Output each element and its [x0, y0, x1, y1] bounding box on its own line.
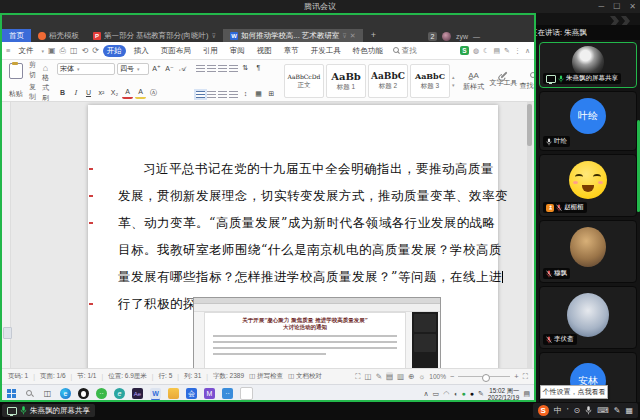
style-heading2[interactable]: AaBbC 标题 2: [368, 64, 408, 98]
menu-page-layout[interactable]: 页面布局: [157, 45, 195, 57]
outline-view-icon[interactable]: ▥: [397, 372, 404, 381]
wps-member-icon[interactable]: S: [460, 46, 469, 55]
find-button[interactable]: 查找: [393, 46, 417, 56]
menu-reference[interactable]: 引用: [199, 45, 222, 57]
italic-button[interactable]: I: [70, 88, 81, 98]
taskbar-search-icon[interactable]: [24, 388, 35, 399]
video-tile[interactable]: 穆飘: [539, 220, 637, 283]
meeting-app-icon[interactable]: 会: [186, 388, 197, 399]
copy-button[interactable]: 复制: [29, 82, 36, 102]
menu-file[interactable]: 文件: [14, 45, 37, 57]
underline-button[interactable]: U: [83, 88, 94, 98]
grow-font-button[interactable]: A⁺: [151, 64, 162, 74]
navigation-strip[interactable]: [2, 102, 11, 368]
file-explorer-icon[interactable]: [168, 388, 179, 399]
account-name[interactable]: zyw: [456, 33, 468, 40]
menu-section[interactable]: 章节: [280, 45, 303, 57]
zoom-value[interactable]: 100%: [429, 373, 446, 380]
highlight-button[interactable]: A: [135, 87, 146, 99]
wps-minimize-button[interactable]: —: [473, 33, 480, 40]
style-heading3[interactable]: AaBbC 标题 3: [410, 64, 450, 98]
ime-keyboard-icon[interactable]: ⌨: [597, 406, 609, 415]
char-shading-button[interactable]: Ⓐ: [148, 88, 159, 98]
cut-button[interactable]: 剪切: [29, 60, 36, 80]
tray-qq-icon[interactable]: ●: [470, 390, 474, 397]
start-button[interactable]: [6, 388, 17, 399]
notification-icon[interactable]: ▤: [523, 390, 530, 398]
pen-view-icon[interactable]: ✎: [376, 372, 382, 381]
align-left-icon[interactable]: [196, 91, 205, 98]
nav-pane-button[interactable]: [3, 327, 12, 339]
tray-pen-icon[interactable]: ✎: [478, 390, 484, 398]
line-spacing-icon[interactable]: ↕: [240, 89, 251, 99]
ime-toolbox-icon[interactable]: ▦: [625, 406, 633, 415]
superscript-button[interactable]: x²: [96, 88, 107, 98]
menu-insert[interactable]: 插入: [130, 45, 153, 57]
app-icon[interactable]: ··: [222, 388, 233, 399]
clear-format-button[interactable]: 𝒜: [177, 64, 188, 74]
document-page[interactable]: 习近平总书记在党的十九届五中全会明确指出，要推动高质量 发展，贯彻新发展理念，切…: [88, 105, 498, 368]
taskbar-clock[interactable]: 15:02 周一 2022/12/19: [488, 387, 520, 401]
two-page-view-icon[interactable]: ◫: [365, 372, 372, 381]
tab-close-icon[interactable]: ✕: [350, 32, 356, 40]
hamburger-icon[interactable]: ≡: [6, 46, 10, 55]
eye-protect-icon[interactable]: ☼: [418, 372, 425, 381]
doc-check-button[interactable]: ◫ 文档校对: [288, 372, 322, 381]
qq-icon[interactable]: [78, 388, 89, 399]
status-word-count[interactable]: 字数: 2389: [213, 372, 244, 381]
night-mode-icon[interactable]: ☾: [483, 47, 489, 55]
web-view-icon[interactable]: ⊕: [408, 372, 414, 381]
text-tool-button[interactable]: 文字工具: [489, 62, 519, 100]
minimize-button[interactable]: ─: [598, 0, 604, 13]
battery-icon[interactable]: ▭: [433, 390, 440, 398]
pin-icon[interactable]: ⊽: [212, 32, 216, 39]
menu-review[interactable]: 审阅: [226, 45, 249, 57]
show-marks-icon[interactable]: ¶: [253, 63, 264, 73]
align-center-icon[interactable]: [207, 91, 216, 98]
page-view-icon[interactable]: ▤: [386, 372, 393, 381]
ime-voice-icon[interactable]: [585, 406, 592, 415]
bold-button[interactable]: B: [57, 88, 68, 98]
wechat-icon[interactable]: ··: [96, 388, 107, 399]
session-badge[interactable]: 2: [428, 32, 437, 41]
app-icon[interactable]: M: [204, 388, 215, 399]
tab-home[interactable]: 首页: [2, 29, 31, 42]
menu-start[interactable]: 开始: [103, 45, 126, 57]
font-color-button[interactable]: A: [122, 87, 133, 99]
menu-view[interactable]: 视图: [253, 45, 276, 57]
align-justify-icon[interactable]: [229, 91, 238, 98]
video-tile[interactable]: 李伏斋: [539, 286, 637, 349]
task-view-icon[interactable]: ◫: [42, 388, 53, 399]
styles-down-icon[interactable]: ▾: [452, 82, 455, 88]
increase-indent-icon[interactable]: [229, 65, 238, 72]
sort-icon[interactable]: ⇅: [240, 63, 251, 73]
undo-icon[interactable]: ⟲: [81, 46, 88, 56]
preview-icon[interactable]: ◫: [70, 46, 78, 56]
format-painter-button[interactable]: ⌂ 格式刷: [39, 62, 52, 100]
close-button[interactable]: ✕: [629, 0, 636, 13]
zoom-slider[interactable]: [458, 376, 510, 377]
paste-button[interactable]: 粘贴: [6, 62, 26, 100]
shading-icon[interactable]: ▦: [253, 89, 264, 99]
number-list-icon[interactable]: [207, 65, 216, 72]
after-effects-icon[interactable]: Ae: [132, 388, 143, 399]
sogou-logo-icon[interactable]: S: [538, 405, 549, 416]
wifi-icon[interactable]: ◠: [443, 390, 449, 398]
bullet-list-icon[interactable]: [196, 65, 205, 72]
zoom-out-button[interactable]: −: [450, 372, 454, 381]
video-tile[interactable]: 叶绘 叶绘: [539, 91, 637, 151]
menu-devtools[interactable]: 开发工具: [307, 45, 345, 57]
styles-up-icon[interactable]: ▴: [452, 74, 455, 80]
note-icon[interactable]: ▤: [493, 47, 500, 55]
shrink-font-button[interactable]: A⁻: [164, 64, 175, 74]
ime-punct-icon[interactable]: ’: [567, 406, 569, 415]
subscript-button[interactable]: X₂: [109, 88, 120, 98]
notes-app-icon[interactable]: [240, 387, 253, 400]
align-right-icon[interactable]: [218, 91, 227, 98]
doc-scrollbar[interactable]: [527, 102, 532, 368]
style-heading1[interactable]: AaBb 标题 1: [326, 64, 366, 98]
ime-skin-icon[interactable]: ✎: [614, 406, 621, 415]
spell-check-button[interactable]: ◫ 拼写检查: [249, 372, 283, 381]
video-tile-sharer[interactable]: 朱燕飘的屏幕共享: [539, 42, 637, 88]
wps-word-icon[interactable]: W: [150, 388, 161, 399]
